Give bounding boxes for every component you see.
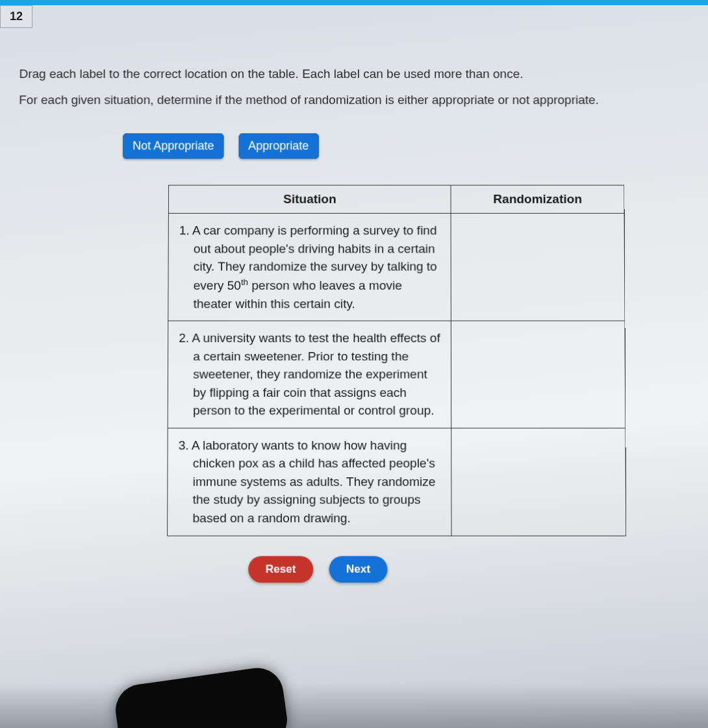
drop-zone-1[interactable] [451, 213, 625, 321]
top-accent-bar [0, 0, 708, 5]
question-number-badge: 12 [0, 5, 32, 28]
situation-cell-1: 1. A car company is performing a survey … [168, 213, 451, 321]
situation-cell-2: 2. A university wants to test the health… [168, 321, 451, 428]
item-text: A car company is performing a survey to … [192, 223, 437, 310]
item-text: A laboratory wants to know how having ch… [192, 438, 435, 525]
next-button[interactable]: Next [329, 556, 388, 583]
drop-zone-2[interactable] [451, 321, 626, 428]
item-text: A university wants to test the health ef… [192, 331, 440, 418]
question-content: Drag each label to the correct location … [0, 28, 708, 583]
header-situation: Situation [168, 185, 451, 213]
foreground-object [112, 664, 290, 728]
situations-table-wrap: Situation Randomization 1. A car company… [167, 185, 626, 536]
item-sup: th [241, 277, 248, 286]
instruction-drag: Drag each label to the correct location … [19, 67, 689, 81]
instruction-determine: For each given situation, determine if t… [19, 93, 689, 107]
reset-button[interactable]: Reset [248, 556, 312, 583]
situation-cell-3: 3. A laboratory wants to know how having… [168, 428, 452, 536]
action-buttons-row: Reset Next [167, 556, 469, 583]
item-number: 2. [179, 331, 189, 345]
label-not-appropriate[interactable]: Not Appropriate [123, 133, 224, 158]
draggable-labels-row: Not Appropriate Appropriate [123, 133, 689, 158]
item-number: 1. [179, 223, 190, 237]
table-row: 3. A laboratory wants to know how having… [168, 428, 626, 536]
table-row: 1. A car company is performing a survey … [168, 213, 625, 321]
label-appropriate[interactable]: Appropriate [238, 133, 318, 158]
header-randomization: Randomization [451, 185, 624, 213]
table-row: 2. A university wants to test the health… [168, 321, 626, 428]
drop-zone-3[interactable] [451, 428, 626, 536]
situations-table: Situation Randomization 1. A car company… [167, 185, 626, 536]
bottom-vignette [0, 683, 708, 728]
item-number: 3. [179, 438, 189, 452]
